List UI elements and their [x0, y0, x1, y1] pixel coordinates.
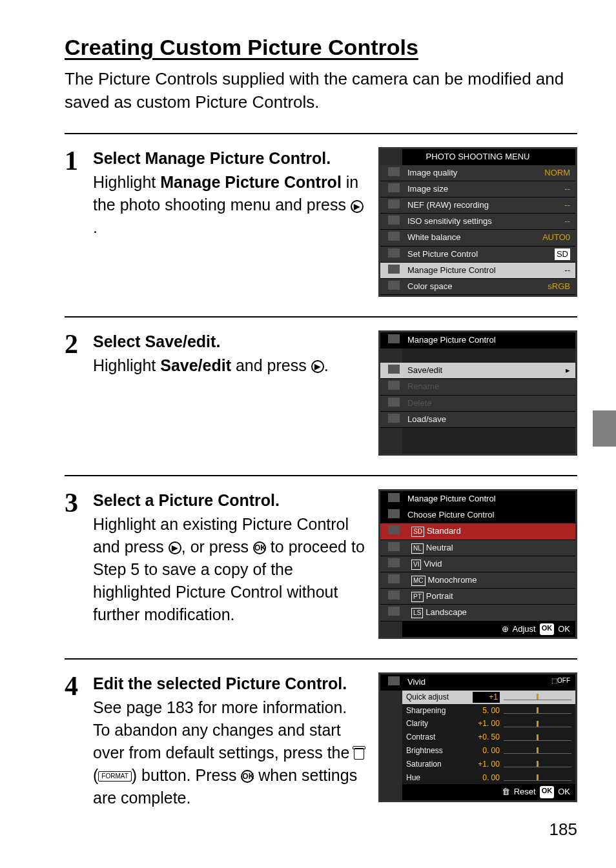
step-body-text: Highlight Save/edit and press ▶.: [93, 354, 367, 377]
step-body-text: See page 183 for more information. To ab…: [93, 696, 367, 809]
screenshot-photo-menu: PHOTO SHOOTING MENU Image qualityNORM Im…: [378, 147, 577, 297]
screenshot-title: PHOTO SHOOTING MENU: [380, 149, 575, 165]
step-4: 4 Edit the selected Picture Control. See…: [65, 658, 577, 829]
step-number: 1: [65, 147, 85, 297]
page-heading: Creating Custom Picture Controls: [65, 32, 577, 63]
step-body-text: Highlight Manage Picture Control in the …: [93, 171, 367, 239]
trash-icon: [354, 748, 364, 760]
thumb-tab: [593, 410, 616, 447]
step-title: Select Manage Picture Control.: [93, 147, 367, 170]
multi-right-icon: ▶: [311, 360, 324, 373]
screenshot-edit-control: Vivid⬚OFF Quick adjust+1 Sharpening5. 00…: [378, 672, 577, 802]
intro-text: The Picture Controls supplied with the c…: [65, 67, 577, 114]
page-number: 185: [549, 818, 577, 841]
multi-right-icon: ▶: [351, 200, 364, 213]
step-number: 2: [65, 330, 85, 456]
step-2: 2 Select Save/edit. Highlight Save/edit …: [65, 316, 577, 475]
step-body-text: Highlight an existing Picture Control an…: [93, 513, 367, 626]
ok-icon: OK: [253, 541, 266, 554]
step-title: Select Save/edit.: [93, 330, 367, 353]
step-number: 3: [65, 489, 85, 639]
step-3: 3 Select a Picture Control. Highlight an…: [65, 475, 577, 658]
step-title: Select a Picture Control.: [93, 489, 367, 512]
multi-right-icon: ▶: [169, 541, 181, 554]
format-badge-icon: FORMAT: [98, 771, 131, 782]
ok-icon: OK: [241, 770, 254, 783]
step-number: 4: [65, 672, 85, 809]
step-1: 1 Select Manage Picture Control. Highlig…: [65, 133, 577, 316]
screenshot-choose-control: Manage Picture Control Choose Picture Co…: [378, 489, 577, 639]
screenshot-save-edit: Manage Picture Control Save/edit▸ Rename…: [378, 330, 577, 456]
step-title: Edit the selected Picture Control.: [93, 672, 367, 695]
